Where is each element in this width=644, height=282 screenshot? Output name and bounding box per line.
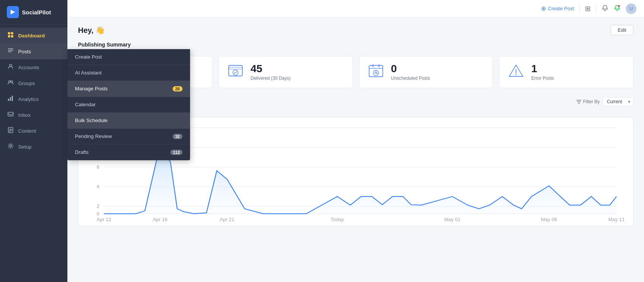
logo[interactable]: SocialPilot [0,0,67,25]
sidebar-item-setup[interactable]: Setup [0,139,67,155]
dropdown-badge-drafts: 112 [170,150,182,155]
error-posts-number: 1 [531,63,554,75]
svg-point-36 [516,74,517,75]
filter-select-wrapper: Current [603,97,633,106]
unscheduled-posts-label: Unscheduled Posts [391,76,430,81]
error-posts-icon [507,63,525,81]
error-posts-text: 1 Error Posts [531,63,554,81]
sidebar-nav: Dashboard Posts Accounts Groups Analytic… [0,25,67,282]
content-icon [7,127,14,135]
svg-text:May 06: May 06 [541,217,557,222]
dropdown-item-bulk-schedule[interactable]: Bulk Schedule [67,113,190,129]
create-post-label: Create Post [548,6,574,11]
edit-button[interactable]: Edit [611,25,633,35]
topbar-divider2 [596,5,596,12]
svg-rect-3 [8,35,10,37]
posts-dropdown-menu: Create Post AI Assistant Manage Posts 26… [67,49,190,160]
svg-rect-27 [229,67,242,69]
dropdown-item-calendar[interactable]: Calendar [67,97,190,113]
bell-active-icon[interactable] [614,5,621,12]
svg-rect-5 [8,48,13,49]
svg-rect-2 [11,32,13,34]
svg-rect-6 [8,50,13,51]
sidebar-item-groups[interactable]: Groups [0,75,67,91]
svg-rect-1 [8,32,10,34]
dropdown-item-pending-review[interactable]: Pending Review 32 [67,129,190,144]
svg-text:Apr 21: Apr 21 [220,217,235,222]
svg-rect-17 [9,130,12,131]
delivered-posts-icon [226,63,245,81]
svg-text:4: 4 [97,184,99,189]
filter-area: Filter By Current [576,97,633,106]
svg-rect-18 [9,131,11,132]
filter-select[interactable]: Current [603,97,633,106]
greeting-emoji: 👋 [95,26,105,34]
svg-rect-11 [8,99,9,101]
dropdown-label-create-post: Create Post [75,54,102,60]
sidebar-label-setup: Setup [18,144,31,150]
svg-point-8 [9,64,12,67]
page-header: Hey, 👋 Edit [78,25,633,35]
sidebar-item-posts[interactable]: Posts [0,43,67,59]
page-greeting: Hey, 👋 [78,26,105,35]
unscheduled-posts-text: 0 Unscheduled Posts [391,63,430,81]
dropdown-item-manage-posts[interactable]: Manage Posts 26 [67,81,190,97]
svg-text:Apr 12: Apr 12 [97,217,111,222]
svg-marker-0 [11,10,15,14]
dashboard-icon [7,32,14,39]
filter-icon [576,99,582,104]
dropdown-item-ai-assistant[interactable]: AI Assistant [67,65,190,81]
topbar: ⊕ Create Post ⊞ U [67,0,644,17]
sidebar-item-accounts[interactable]: Accounts [0,59,67,75]
bell-icon[interactable] [602,5,608,12]
dropdown-badge-manage-posts: 26 [173,86,182,91]
unscheduled-posts-card: 0 Unscheduled Posts [359,56,493,88]
analytics-icon [7,95,14,103]
dropdown-badge-pending-review: 32 [173,134,182,139]
plus-icon: ⊕ [541,5,546,12]
dropdown-item-create-post[interactable]: Create Post [67,49,190,65]
sidebar-item-inbox[interactable]: Inbox [0,107,67,123]
svg-rect-13 [12,96,13,101]
sidebar-item-analytics[interactable]: Analytics [0,91,67,107]
sidebar-label-accounts: Accounts [18,65,39,70]
sidebar-label-groups: Groups [18,81,35,86]
sidebar-label-posts: Posts [18,49,31,54]
error-posts-label: Error Posts [531,76,554,81]
setup-icon [7,143,14,150]
sidebar-label-content: Content [18,128,36,134]
svg-rect-12 [10,97,11,101]
logo-text: SocialPilot [22,9,51,15]
dropdown-label-bulk-schedule: Bulk Schedule [75,118,108,123]
dropdown-label-ai-assistant: AI Assistant [75,70,102,76]
unscheduled-posts-icon [367,63,385,81]
svg-text:2: 2 [97,204,99,209]
posts-icon [7,48,14,55]
create-post-topbar[interactable]: ⊕ Create Post [541,5,574,12]
svg-point-10 [11,81,13,83]
sidebar-item-dashboard[interactable]: Dashboard [0,28,67,43]
svg-point-20 [618,5,620,7]
unscheduled-posts-number: 0 [391,63,430,75]
svg-text:May 11: May 11 [608,217,625,222]
sidebar-label-dashboard: Dashboard [18,33,45,39]
grid-icon[interactable]: ⊞ [585,5,591,13]
sidebar-item-content[interactable]: Content [0,123,67,139]
sidebar: SocialPilot Dashboard Posts Accounts Gro… [0,0,67,282]
delivered-posts-card: 45 Delivered (30 Days) [218,56,353,88]
groups-icon [7,79,14,87]
svg-text:May 01: May 01 [444,217,460,222]
svg-text:0: 0 [97,211,99,216]
svg-rect-7 [8,51,12,52]
sidebar-label-analytics: Analytics [18,96,39,102]
svg-point-9 [9,81,11,83]
svg-text:6: 6 [97,165,99,170]
dropdown-label-calendar: Calendar [75,102,96,107]
svg-rect-4 [11,35,13,37]
sidebar-label-inbox: Inbox [18,112,31,118]
error-posts-card: 1 Error Posts [499,56,633,88]
logo-icon [7,6,19,18]
accounts-icon [7,64,14,71]
avatar[interactable]: U [626,3,636,14]
dropdown-item-drafts[interactable]: Drafts 112 [67,144,190,160]
